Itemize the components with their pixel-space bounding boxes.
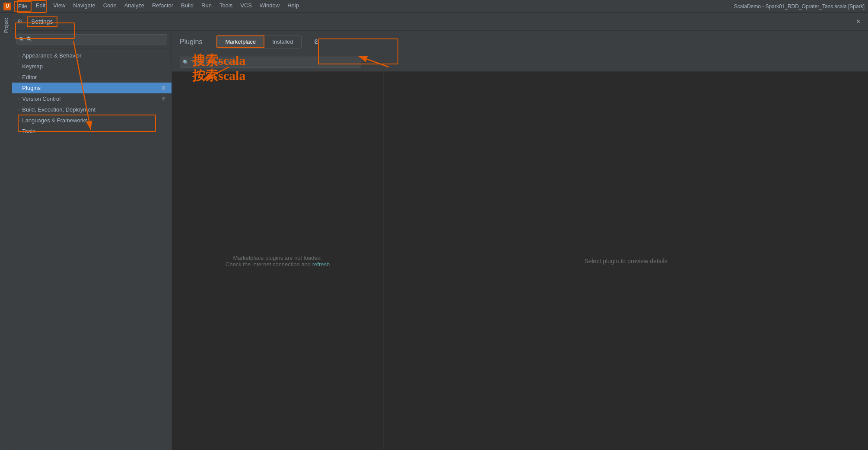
sidebar-item-languages[interactable]: › Languages & Frameworks xyxy=(12,115,172,126)
menu-navigate[interactable]: Navigate xyxy=(70,1,99,12)
sidebar-item-label: Keymap xyxy=(22,63,165,70)
plugins-search-wrapper: 🔍 xyxy=(180,57,361,68)
title-bar: U File Edit View Navigate Code Analyze R… xyxy=(0,0,868,13)
sidebar-item-build[interactable]: › Build, Execution, Deployment xyxy=(12,104,172,115)
tab-installed[interactable]: Installed xyxy=(264,35,301,48)
settings-dialog: ⚙ Settings × 🔍 › Appearance & Behavior xyxy=(12,13,868,450)
plugins-tab-group: Marketplace Installed xyxy=(216,35,301,48)
menu-build[interactable]: Build xyxy=(178,1,197,12)
settings-search-area: 🔍 xyxy=(12,31,172,48)
window-title: ScalaDemo - Spark01_RDD_Oprater_Tans.sca… xyxy=(734,3,865,10)
sidebar-item-label: Appearance & Behavior xyxy=(22,52,165,59)
sidebar-item-label: Build, Execution, Deployment xyxy=(22,106,165,113)
menu-file[interactable]: File xyxy=(14,1,32,12)
settings-close-button[interactable]: × xyxy=(854,17,863,26)
sidebar-item-plugins[interactable]: › Plugins ⊞ xyxy=(12,83,172,93)
plugins-gear-button[interactable]: ⚙ xyxy=(310,36,323,48)
plugins-header: Plugins Marketplace Installed ⚙ xyxy=(172,31,868,53)
sidebar-item-label: Editor xyxy=(22,74,165,80)
menu-vcs[interactable]: VCS xyxy=(237,1,255,12)
plugins-refresh-link[interactable]: refresh xyxy=(312,261,330,268)
plugins-panel-title: Plugins xyxy=(180,38,202,46)
pin-icon: ⊞ xyxy=(162,85,165,91)
chevron-icon: › xyxy=(18,96,19,101)
chevron-icon: › xyxy=(18,53,19,58)
project-sidebar: Project xyxy=(0,13,12,450)
plugins-search-icon: 🔍 xyxy=(183,60,189,65)
tab-marketplace[interactable]: Marketplace xyxy=(216,35,264,48)
menu-refactor[interactable]: Refactor xyxy=(149,1,177,12)
menu-code[interactable]: Code xyxy=(100,1,120,12)
plugin-detail-placeholder: Select plugin to preview details xyxy=(584,258,667,265)
menu-bar: File Edit View Navigate Code Analyze Ref… xyxy=(14,1,302,12)
settings-search-input[interactable] xyxy=(16,34,167,45)
menu-tools[interactable]: Tools xyxy=(216,1,236,12)
settings-header: ⚙ Settings × xyxy=(12,13,868,31)
sidebar-item-label: Plugins xyxy=(22,85,162,91)
plugins-empty-message2: Check the internet connection and refres… xyxy=(226,261,330,268)
sidebar-item-appearance[interactable]: › Appearance & Behavior xyxy=(12,50,172,61)
chevron-icon: › xyxy=(18,118,19,123)
settings-nav-items: › Appearance & Behavior › Keymap › Edito… xyxy=(12,48,172,450)
plugins-empty-message1: Marketplace plugins are not loaded. xyxy=(233,255,322,261)
settings-dialog-icon: ⚙ xyxy=(17,18,24,25)
sidebar-item-editor[interactable]: › Editor xyxy=(12,72,172,83)
menu-edit[interactable]: Edit xyxy=(32,1,49,12)
sidebar-item-tools[interactable]: › Tools xyxy=(12,126,172,137)
settings-search-wrapper: 🔍 xyxy=(16,34,167,45)
settings-dialog-title: Settings xyxy=(27,16,57,27)
project-label[interactable]: Project xyxy=(3,16,10,35)
plugins-content-panel: Plugins Marketplace Installed ⚙ 🔍 xyxy=(172,31,868,450)
chevron-icon: › xyxy=(18,107,19,112)
sidebar-item-label: Version Control xyxy=(22,96,162,102)
plugins-search-input[interactable] xyxy=(180,57,361,68)
plugin-list-panel: Marketplace plugins are not loaded. Chec… xyxy=(172,72,384,450)
sidebar-item-label: Languages & Frameworks xyxy=(22,117,165,124)
main-container: Project ⚙ Settings × 🔍 › xyxy=(0,13,868,450)
nav-search-icon: 🔍 xyxy=(19,37,25,42)
menu-help[interactable]: Help xyxy=(284,1,302,12)
plugins-body: Marketplace plugins are not loaded. Chec… xyxy=(172,72,868,450)
chevron-icon: › xyxy=(18,129,19,134)
plugin-detail-panel: Select plugin to preview details xyxy=(384,72,868,450)
menu-window[interactable]: Window xyxy=(256,1,283,12)
settings-nav-panel: 🔍 › Appearance & Behavior › Keymap › xyxy=(12,31,172,450)
sidebar-item-label: Tools xyxy=(22,128,165,134)
menu-view[interactable]: View xyxy=(50,1,69,12)
chevron-icon: › xyxy=(18,75,19,80)
settings-body: 🔍 › Appearance & Behavior › Keymap › xyxy=(12,31,868,450)
menu-analyze[interactable]: Analyze xyxy=(121,1,148,12)
sidebar-item-version-control[interactable]: › Version Control ⊞ xyxy=(12,93,172,104)
app-icon: U xyxy=(3,3,11,10)
plugins-search-bar: 🔍 xyxy=(172,53,868,72)
pin-icon: ⊞ xyxy=(162,96,165,102)
menu-run[interactable]: Run xyxy=(198,1,215,12)
sidebar-item-keymap[interactable]: › Keymap xyxy=(12,61,172,72)
